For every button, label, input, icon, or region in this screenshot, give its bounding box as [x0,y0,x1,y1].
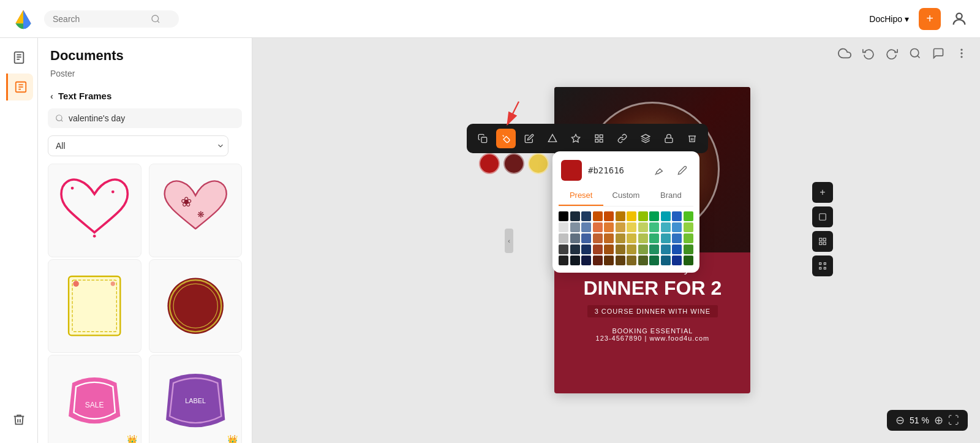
cp-tab-custom[interactable]: Custom [603,186,648,206]
color-cell[interactable] [616,222,625,232]
frame-item[interactable] [48,259,141,353]
color-cell[interactable] [616,256,625,265]
color-cell[interactable] [604,233,614,243]
cp-tab-preset[interactable]: Preset [559,186,603,206]
frame-item[interactable]: ❀ ❋ [149,164,243,257]
color-swatch-3[interactable] [528,153,549,174]
color-swatch-1[interactable] [479,153,500,174]
frame-item[interactable] [48,164,141,257]
link-toolbar-btn[interactable] [612,129,632,148]
color-cell[interactable] [593,233,603,243]
color-cell[interactable] [649,222,659,232]
right-page-btn[interactable] [812,206,833,227]
cloud-icon[interactable] [838,47,851,60]
color-cell[interactable] [672,233,682,243]
color-cell[interactable] [559,222,568,232]
sidebar-item-trash[interactable] [6,406,32,433]
color-cell[interactable] [661,222,671,232]
color-cell[interactable] [616,244,625,254]
delete-toolbar-btn[interactable] [682,129,702,148]
color-cell[interactable] [593,211,603,221]
color-cell[interactable] [570,222,580,232]
color-cell[interactable] [638,222,648,232]
sidebar-item-documents[interactable] [6,44,32,71]
color-cell[interactable] [684,211,693,221]
color-cell[interactable] [604,211,614,221]
color-cell[interactable] [649,244,659,254]
logo-icon[interactable] [12,8,34,30]
panel-search-box[interactable] [48,108,242,128]
user-icon[interactable] [951,10,968,28]
cp-current-color[interactable] [561,160,582,181]
frame-item[interactable] [149,259,243,353]
color-swatch-2[interactable] [503,153,524,174]
color-cell[interactable] [638,211,648,221]
redo-icon[interactable] [886,47,898,59]
fill-toolbar-btn[interactable] [496,129,516,148]
pattern-toolbar-btn[interactable] [589,129,609,148]
color-cell[interactable] [684,244,693,254]
color-cell[interactable] [672,244,682,254]
color-cell[interactable] [559,233,568,243]
color-cell[interactable] [649,211,659,221]
color-cell[interactable] [570,211,580,221]
edit-toolbar-btn[interactable] [519,129,539,148]
right-grid-btn[interactable] [812,231,833,252]
color-cell[interactable] [649,256,659,265]
right-add-btn[interactable]: + [812,182,833,203]
color-cell[interactable] [593,222,603,232]
dochipo-menu[interactable]: DocHipo ▾ [869,14,909,24]
color-cell[interactable] [627,256,636,265]
right-qr-btn[interactable] [812,256,833,276]
color-cell[interactable] [581,233,591,243]
color-cell[interactable] [581,222,591,232]
fullscreen-btn[interactable]: ⛶ [948,414,959,427]
color-cell[interactable] [581,256,591,265]
color-cell[interactable] [684,222,693,232]
color-cell[interactable] [593,256,603,265]
panel-search-input[interactable] [69,113,235,123]
collapse-handle[interactable]: ‹ [505,229,513,253]
color-cell[interactable] [559,256,568,265]
color-cell[interactable] [627,222,636,232]
zoom-out-btn[interactable]: ⊖ [895,414,905,427]
color-cell[interactable] [559,244,568,254]
cp-picker-btn[interactable] [674,162,691,179]
color-cell[interactable] [581,244,591,254]
global-search-box[interactable] [44,10,179,28]
color-cell[interactable] [649,233,659,243]
back-button[interactable]: ‹ [50,91,53,101]
color-cell[interactable] [672,211,682,221]
sidebar-item-text-frames[interactable] [6,74,33,100]
cp-hex-value[interactable]: #b21616 [588,165,644,175]
search-icon[interactable] [909,47,921,59]
color-cell[interactable] [661,244,671,254]
color-cell[interactable] [604,222,614,232]
cp-tab-brand[interactable]: Brand [649,186,693,206]
cp-eyedropper-btn[interactable] [650,162,668,179]
color-cell[interactable] [684,233,693,243]
shape-toolbar-btn[interactable] [543,129,562,148]
comment-icon[interactable] [932,47,944,59]
color-cell[interactable] [570,256,580,265]
color-cell[interactable] [638,233,648,243]
color-cell[interactable] [604,256,614,265]
color-cell[interactable] [581,211,591,221]
undo-icon[interactable] [862,47,875,59]
color-cell[interactable] [593,244,603,254]
color-cell[interactable] [661,233,671,243]
zoom-in-btn[interactable]: ⊕ [934,414,943,427]
color-cell[interactable] [559,211,568,221]
color-cell[interactable] [684,256,693,265]
color-cell[interactable] [638,256,648,265]
filter-select[interactable]: All [48,135,228,156]
color-cell[interactable] [638,244,648,254]
layers-toolbar-btn[interactable] [636,129,655,148]
lock-toolbar-btn[interactable] [659,129,679,148]
color-cell[interactable] [672,256,682,265]
color-cell[interactable] [604,244,614,254]
global-search-input[interactable] [53,14,151,24]
color-cell[interactable] [672,222,682,232]
color-cell[interactable] [616,211,625,221]
add-button[interactable]: + [919,8,941,30]
